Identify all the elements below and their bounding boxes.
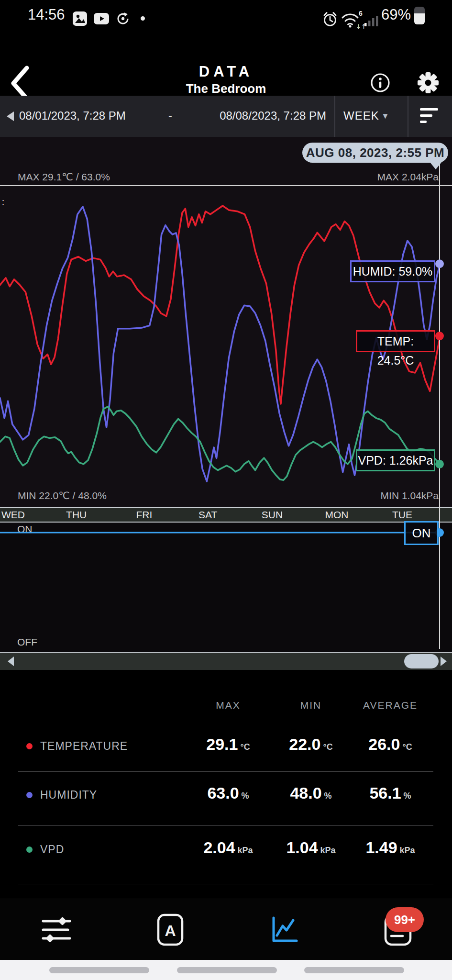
gallery-icon [73,11,88,27]
svg-text:A: A [165,922,176,939]
axis-day-label: MON [325,509,349,521]
temp-unit: °C [402,742,412,752]
signal-icon [364,13,380,27]
sort-filter-button[interactable] [420,108,441,125]
chart-min-left-label: MIN 22.0℃ / 48.0% [18,490,107,501]
divider [18,825,433,826]
recents-key[interactable] [49,967,149,973]
axis-day-label: THU [66,509,87,521]
period-dropdown[interactable]: WEEK ▼ [335,96,408,137]
chart-max-left-label: MAX 29.1℃ / 63.0% [18,171,110,183]
temp-max-value: 29.1 [206,735,238,753]
home-key[interactable] [177,967,277,973]
axis-day-label: SUN [262,509,283,521]
vpd-unit: kPa [320,846,336,855]
temp-avg-value: 26.0 [368,735,400,753]
chart-horizontal-scrollbar[interactable] [0,653,452,670]
cursor-temp-label: TEMP: 24.5°C [356,330,435,352]
sliders-icon [41,914,72,945]
battery-icon [414,7,425,24]
temp-unit: °C [323,742,332,752]
vpd-unit: kPa [238,846,253,855]
humid-unit: % [242,791,249,801]
temperature-dot [26,743,33,749]
vpd-avg-value: 1.49 [365,838,397,857]
wifi-arrows: ↓↑ [356,23,364,30]
humid-max-value: 63.0 [207,784,239,802]
power-off-axis-label: OFF [17,636,37,648]
stats-col-min: MIN [275,700,347,717]
info-button[interactable] [369,72,391,94]
chart-icon [269,914,299,945]
axis-day-label: SAT [198,509,217,521]
stats-col-average: AVERAGE [354,700,426,717]
back-key[interactable] [304,967,404,973]
gesture-nav-bar [0,960,452,980]
nav-data-tab[interactable] [251,899,318,960]
cursor-tooltip-pointer [430,162,442,169]
temp-min-value: 22.0 [289,735,320,753]
cursor-humid-label: HUMID: 59.0% [350,260,435,282]
wifi6-icon: 6 ↓↑ [341,10,364,30]
battery-percent: 69% [381,6,411,23]
divider [18,884,433,884]
axis-day-label: FRI [136,509,153,521]
humidity-dot [26,792,33,798]
info-icon [369,72,391,94]
humid-min-value: 48.0 [290,784,321,802]
scroll-left-icon[interactable] [8,657,14,666]
stats-col-max: MAX [192,700,264,717]
chart-left-tick: : [2,197,4,207]
youtube-icon [94,13,110,25]
stats-row-humidity: HUMIDITY 63.0% 48.0% 56.1% [0,776,452,816]
chart-min-right-label: MIN 1.04kPa [381,490,439,501]
stats-row-label: HUMIDITY [40,789,97,802]
phone-screen: 14:56 6 ↓↑ [0,0,452,980]
bottom-nav-bar: A [0,899,452,960]
humid-unit: % [404,791,411,801]
stats-row-vpd: VPD 2.04kPa 1.04kPa 1.49kPa [0,831,452,871]
nav-controls-tab[interactable] [23,899,90,960]
notification-dot [141,16,145,21]
vpd-unit: kPa [400,846,415,855]
period-label: WEEK [343,109,379,122]
gear-icon [416,71,440,95]
date-range-bar: 08/01/2023, 7:28 PM - 08/08/2023, 7:28 P… [0,96,452,137]
notification-badge: 99+ [386,907,424,932]
prev-range-icon[interactable] [7,111,14,121]
scrollbar-thumb[interactable] [404,654,439,668]
settings-button[interactable] [416,71,440,95]
wifi6-label: 6 [359,10,363,17]
clock-time: 14:56 [28,6,65,23]
chart-max-right-label: MAX 2.04kPa [377,171,439,183]
temp-unit: °C [240,742,250,752]
cursor-power-label: ON [404,521,439,545]
stats-row-label: TEMPERATURE [40,740,128,753]
range-start-date: 08/01/2023, 7:28 PM [19,109,126,122]
a-mode-icon: A [157,913,184,946]
status-bar: 14:56 6 ↓↑ [0,0,452,30]
axis-day-label: TUE [392,509,412,521]
app-header: DATA The Bedroom [0,30,452,96]
humid-unit: % [324,791,332,801]
divider [408,96,408,137]
range-end-date: 08/08/2023, 7:28 PM [215,109,326,122]
scroll-right-icon[interactable] [441,657,447,666]
vpd-min-value: 1.04 [286,838,318,857]
divider [18,771,433,772]
nav-automation-tab[interactable]: A [137,899,204,960]
sync-icon [116,11,131,27]
range-separator: - [168,109,172,122]
x-axis-band: WEDTHUFRISATSUNMONTUE [0,507,452,523]
chevron-down-icon: ▼ [381,111,389,121]
power-state-chart[interactable]: ON OFF [0,523,452,653]
cursor-tooltip: AUG 08, 2023, 2:55 PM [302,143,448,163]
vpd-max-value: 2.04 [203,838,235,857]
alarm-icon [322,11,339,27]
axis-day-label: WED [1,509,25,521]
power-on-axis-label: ON [17,523,33,535]
chart-max-gridline [0,185,452,186]
stats-row-label: VPD [40,843,64,856]
vpd-dot [26,846,33,853]
cursor-vpd-label: VPD: 1.26kPa [356,449,435,471]
